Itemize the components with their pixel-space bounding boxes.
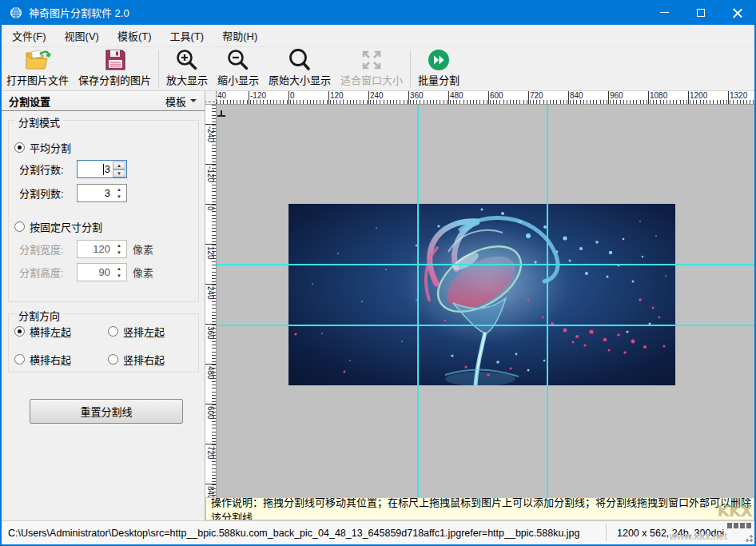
ruler-label: 0 xyxy=(290,91,295,100)
title-bar[interactable]: 神奇图片分割软件 2.0 xyxy=(0,0,756,25)
split-cols-spinner[interactable]: 3 ▲▼ xyxy=(77,184,127,202)
ruler-major-tick xyxy=(408,91,409,104)
toolbar-button-label: 保存分割的图片 xyxy=(78,72,151,87)
panel-title: 分割设置 xyxy=(9,94,50,109)
ruler-label: 840 xyxy=(570,91,583,100)
menu-bar: 文件(F) 视图(V) 模板(T) 工具(T) 帮助(H) xyxy=(2,25,754,46)
menu-file[interactable]: 文件(F) xyxy=(4,24,54,47)
average-split-radio[interactable]: 平均分割 xyxy=(14,140,71,155)
reset-split-lines-button[interactable]: 重置分割线 xyxy=(30,399,183,424)
ruler-label: 840 xyxy=(206,486,215,497)
ruler-major-tick xyxy=(205,204,217,205)
ruler-major-tick xyxy=(488,91,489,104)
ruler-label: 360 xyxy=(410,91,424,100)
window-title: 神奇图片分割软件 2.0 xyxy=(29,5,129,20)
batch-split-button[interactable]: 批量分割 xyxy=(413,47,464,90)
ruler-label: 120 xyxy=(330,91,344,100)
split-direction-group-label: 分割方向 xyxy=(15,308,63,323)
app-window: 神奇图片分割软件 2.0 文件(F) 视图(V) 模板(T) 工具(T) 帮助(… xyxy=(0,0,756,546)
maximize-icon xyxy=(697,9,705,17)
ruler-label: 720 xyxy=(530,91,543,100)
panel-header: 分割设置 模板 xyxy=(2,91,205,111)
direction-radio-v-right[interactable]: 竖排右起 xyxy=(108,352,165,367)
direction-radio-h-right[interactable]: 横排右起 xyxy=(14,352,71,367)
instruction-bar: 操作说明：拖拽分割线可移动其位置；在标尺上拖拽鼠标到图片上可以添加分割线；将分割… xyxy=(205,497,754,520)
vertical-ruler[interactable]: -240-1200120240360480600720840 xyxy=(205,105,217,497)
instruction-text: 操作说明：拖拽分割线可移动其位置；在标尺上拖拽鼠标到图片上可以添加分割线；将分割… xyxy=(211,497,754,520)
ruler-label: 1320 xyxy=(730,91,747,100)
split-cols-label: 分割列数: xyxy=(19,185,77,201)
ruler-label: 360 xyxy=(206,326,215,340)
ruler-label: 720 xyxy=(206,446,215,460)
app-globe-icon xyxy=(10,6,22,19)
ruler-label: 120 xyxy=(206,246,215,260)
pixel-unit-label: 像素 xyxy=(133,265,153,280)
spinner-arrows-icon[interactable]: ▲▼ xyxy=(113,265,125,279)
ruler-label: -120 xyxy=(206,166,215,182)
radio-unselected-icon xyxy=(14,221,25,232)
zoom-original-icon xyxy=(288,48,312,72)
split-height-spinner[interactable]: 90 ▲▼ xyxy=(77,263,127,281)
menu-view[interactable]: 视图(V) xyxy=(57,24,107,47)
image-canvas[interactable] xyxy=(217,105,754,497)
chevron-down-icon xyxy=(190,99,197,102)
radio-unselected-icon xyxy=(108,326,118,337)
watermark-text: www.kkx.net xyxy=(670,531,727,542)
toolbar-button-label: 放大显示 xyxy=(166,72,208,87)
text-caret xyxy=(103,164,104,175)
hruler-ticks: -240-12001202403604806007208409601080120… xyxy=(217,91,754,104)
toolbar-separator xyxy=(410,50,411,87)
close-button[interactable] xyxy=(719,0,756,25)
ruler-major-tick xyxy=(205,444,217,444)
fixed-size-split-radio[interactable]: 按固定尺寸分割 xyxy=(14,219,102,234)
direction-radio-v-left[interactable]: 竖排左起 xyxy=(108,324,165,339)
ruler-major-tick xyxy=(205,164,217,165)
radio-unselected-icon xyxy=(14,354,25,365)
split-rows-spinner[interactable]: 3 ▲▼ xyxy=(77,160,127,178)
zoom-in-button[interactable]: 放大显示 xyxy=(161,47,213,90)
toolbar-button-label: 原始大小显示 xyxy=(269,72,331,87)
ruler-corner xyxy=(205,91,217,105)
fit-window-icon xyxy=(360,48,384,72)
ruler-major-tick xyxy=(205,124,217,125)
menu-help[interactable]: 帮助(H) xyxy=(214,24,265,47)
ruler-label: 1200 xyxy=(690,91,707,100)
ruler-label: -240 xyxy=(206,126,215,142)
open-image-button[interactable]: 打开图片文件 xyxy=(2,47,74,90)
radio-unselected-icon xyxy=(108,354,118,365)
ruler-major-tick xyxy=(368,91,369,104)
menu-tools[interactable]: 工具(T) xyxy=(162,24,213,47)
pixel-unit-label: 像素 xyxy=(133,241,153,257)
ruler-major-tick xyxy=(608,91,609,104)
minimize-button[interactable] xyxy=(646,0,682,25)
split-line-vertical-2[interactable] xyxy=(547,105,548,497)
spinner-arrows-icon[interactable]: ▲▼ xyxy=(113,186,125,200)
split-line-vertical-1[interactable] xyxy=(417,105,419,497)
ruler-major-tick xyxy=(205,244,217,245)
ruler-label: 0 xyxy=(206,206,215,211)
maximize-button[interactable] xyxy=(682,0,719,25)
ruler-major-tick xyxy=(205,404,217,405)
split-width-label: 分割宽度: xyxy=(19,241,77,257)
zoom-out-button[interactable]: 缩小显示 xyxy=(213,47,264,90)
minimize-icon xyxy=(660,12,669,13)
split-width-spinner[interactable]: 120 ▲▼ xyxy=(77,240,127,258)
spinner-arrows-icon[interactable]: ▲▼ xyxy=(113,161,125,177)
save-split-images-button[interactable]: 保存分割的图片 xyxy=(74,47,156,90)
menu-template[interactable]: 模板(T) xyxy=(109,24,160,47)
fit-window-button[interactable]: 适合窗口大小 xyxy=(336,47,408,90)
split-line-horizontal-2[interactable] xyxy=(217,325,754,326)
ruler-label: -240 xyxy=(217,91,226,100)
spinner-arrows-icon[interactable]: ▲▼ xyxy=(113,242,125,256)
split-line-horizontal-1[interactable] xyxy=(217,264,754,265)
resize-grip[interactable] xyxy=(743,532,753,542)
template-dropdown-button[interactable]: 模板 xyxy=(165,94,197,109)
status-file-path: C:\Users\Administrator\Desktop\src=http_… xyxy=(8,528,580,539)
toolbar: 打开图片文件 保存分割的图片 xyxy=(2,46,754,91)
ruler-position-marker xyxy=(217,115,225,117)
original-size-button[interactable]: 原始大小显示 xyxy=(264,47,336,90)
ruler-major-tick xyxy=(728,91,729,104)
direction-radio-h-left[interactable]: 横排左起 xyxy=(14,324,71,339)
ruler-major-tick xyxy=(688,91,689,104)
horizontal-ruler[interactable]: -240-12001202403604806007208409601080120… xyxy=(205,91,754,105)
